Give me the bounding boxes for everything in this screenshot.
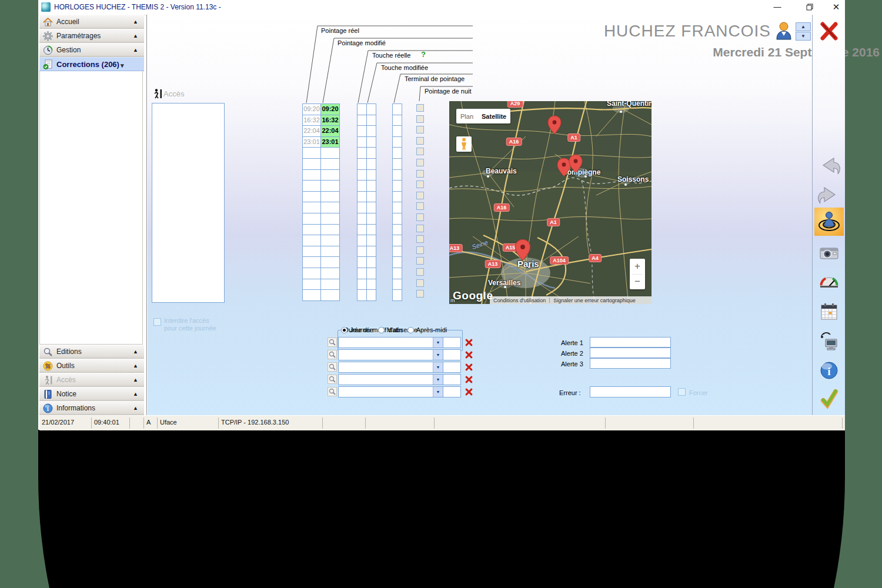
pointage-reel-cell[interactable]	[303, 170, 321, 181]
terminal-cell[interactable]	[393, 257, 402, 268]
collapse-arrow-icon[interactable]: ▲	[133, 47, 138, 53]
radio-matin[interactable]	[378, 327, 385, 333]
collapse-arrow-icon[interactable]: ▲	[133, 377, 138, 383]
chevron-down-icon[interactable]: ▼	[433, 338, 443, 348]
absence-motif-select[interactable]: ▼	[338, 337, 443, 348]
pointage-modifie-cell[interactable]	[321, 246, 340, 258]
alert-input-1[interactable]	[590, 337, 671, 348]
google-map[interactable]: Saint-QuentinBeauvaisCompiègneSoissonsPa…	[449, 101, 652, 304]
terminal-grid[interactable]	[392, 103, 402, 301]
pointage-nuit-checkbox[interactable]	[416, 192, 424, 199]
terminal-cell[interactable]	[393, 246, 402, 258]
terminal-cell[interactable]	[393, 235, 402, 246]
sidebar-item-informations[interactable]: iInformations▲	[39, 401, 144, 415]
pointage-reel-cell[interactable]: 22:04	[303, 126, 321, 137]
back-button[interactable]	[817, 154, 841, 178]
absence-motif-select[interactable]: ▼	[338, 362, 443, 373]
photo-button[interactable]	[817, 241, 841, 265]
pointage-nuit-checkbox[interactable]	[416, 115, 424, 123]
absence-motif-select[interactable]: ▼	[338, 349, 443, 360]
touche-modifiee-cell[interactable]	[367, 202, 376, 213]
collapse-arrow-icon[interactable]: ▲	[133, 33, 138, 39]
delete-row-button[interactable]	[464, 338, 473, 347]
sidebar-item-gestion[interactable]: Gestion▲	[39, 43, 144, 57]
chevron-down-icon[interactable]: ▼	[433, 362, 443, 372]
pointage-modifie-cell[interactable]	[321, 159, 340, 170]
pointage-reel-cell[interactable]: 23:01	[303, 137, 321, 148]
pointage-modifie-cell[interactable]: 16:32	[321, 115, 340, 126]
pointage-reel-cell[interactable]	[303, 235, 321, 246]
touche-modifiee-cell[interactable]	[367, 126, 376, 137]
remote-button[interactable]	[817, 329, 841, 353]
terminal-cell[interactable]	[393, 126, 402, 137]
pointage-modifie-cell[interactable]: 23:01	[321, 137, 340, 148]
terminal-cell[interactable]	[393, 181, 402, 192]
forcer-checkbox[interactable]	[678, 388, 686, 396]
report-error-link[interactable]: Signaler une erreur cartographique	[550, 298, 639, 303]
touche-modifiee-cell[interactable]	[367, 290, 376, 301]
touche-grid[interactable]	[357, 103, 376, 301]
lookup-magnifier-button[interactable]	[328, 375, 337, 384]
touche-reelle-cell[interactable]	[358, 181, 367, 192]
delete-row-button[interactable]	[464, 350, 473, 359]
pointage-nuit-checkbox[interactable]	[416, 213, 424, 221]
pointage-reel-cell[interactable]	[303, 148, 321, 159]
touche-reelle-cell[interactable]	[358, 235, 367, 246]
touche-reelle-cell[interactable]	[358, 115, 367, 126]
counters-button[interactable]	[817, 270, 841, 294]
pointage-modifie-cell[interactable]	[321, 192, 340, 203]
pointage-nuit-checkbox[interactable]	[416, 137, 424, 145]
sidebar-item-outils[interactable]: Outils▲	[39, 359, 144, 373]
pointage-reel-cell[interactable]	[303, 268, 321, 279]
touche-reelle-cell[interactable]	[358, 104, 367, 115]
map-satellite-button[interactable]: Satellite	[477, 113, 510, 120]
pointage-modifie-cell[interactable]	[321, 181, 340, 192]
pointage-nuit-checkbox[interactable]	[416, 268, 424, 276]
touche-reelle-cell[interactable]	[358, 257, 367, 268]
pointage-modifie-cell[interactable]	[321, 202, 340, 213]
pointage-modifie-cell[interactable]	[321, 235, 340, 246]
touche-modifiee-cell[interactable]	[367, 104, 376, 115]
info-button[interactable]: i	[817, 359, 841, 382]
pointage-nuit-checkbox[interactable]	[416, 235, 424, 243]
touche-modifiee-cell[interactable]	[367, 170, 376, 181]
sidebar-item-corrections[interactable]: Corrections (206)▾	[39, 57, 144, 71]
access-list-box[interactable]	[152, 103, 225, 303]
pointage-modifie-cell[interactable]	[321, 268, 340, 279]
touche-modifiee-cell[interactable]	[367, 213, 376, 225]
pointage-nuit-checkbox[interactable]	[416, 290, 424, 298]
touche-reelle-cell[interactable]	[358, 192, 367, 203]
pointage-modifie-cell[interactable]: 09:20	[321, 104, 340, 115]
cancel-button[interactable]	[817, 19, 841, 43]
touche-reelle-cell[interactable]	[358, 159, 367, 170]
pointage-reel-cell[interactable]: 16:32	[303, 115, 321, 126]
pointage-reel-cell[interactable]	[303, 202, 321, 213]
touche-modifiee-cell[interactable]	[367, 279, 376, 290]
sidebar-item-parametrages[interactable]: Paramétrages▲	[39, 29, 144, 43]
absence-extra-field[interactable]	[443, 337, 461, 348]
terminal-cell[interactable]	[393, 290, 402, 301]
collapse-arrow-icon[interactable]: ▲	[133, 405, 138, 411]
pointage-reel-cell[interactable]	[303, 246, 321, 258]
restore-button[interactable]	[800, 1, 820, 13]
expand-arrow-icon[interactable]: ▾	[121, 62, 124, 69]
pointage-modifie-cell[interactable]	[321, 257, 340, 268]
pegman-streetview-icon[interactable]	[456, 136, 472, 152]
map-plan-button[interactable]: Plan	[456, 113, 477, 120]
touche-reelle-cell[interactable]	[358, 225, 367, 236]
lookup-magnifier-button[interactable]	[328, 350, 337, 359]
terminal-cell[interactable]	[393, 104, 402, 115]
sidebar-item-accueil[interactable]: Accueil▲	[39, 15, 144, 29]
absence-extra-field[interactable]	[443, 374, 461, 385]
pointage-nuit-checkbox[interactable]	[416, 257, 424, 265]
terminal-cell[interactable]	[393, 279, 402, 290]
zoom-out-button[interactable]: −	[630, 274, 645, 289]
pointage-reel-cell[interactable]	[303, 290, 321, 301]
pointage-nuit-checkbox[interactable]	[416, 246, 424, 254]
touche-modifiee-cell[interactable]	[367, 235, 376, 246]
absence-motif-select[interactable]: ▼	[338, 386, 443, 397]
google-logo[interactable]: Google	[453, 289, 493, 302]
pointage-nuit-checkbox[interactable]	[416, 148, 424, 155]
pointage-reel-cell[interactable]: 09:20	[303, 104, 321, 115]
touche-reelle-cell[interactable]	[358, 279, 367, 290]
